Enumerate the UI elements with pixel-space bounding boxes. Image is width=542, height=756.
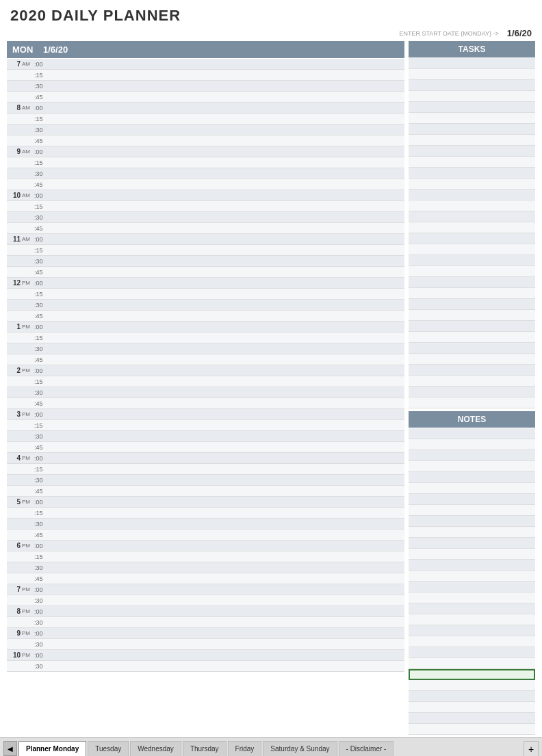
- tab-saturday--sunday[interactable]: Saturday & Sunday: [263, 741, 337, 756]
- task-row[interactable]: [409, 146, 535, 157]
- event-cell[interactable]: [49, 431, 404, 441]
- time-row[interactable]: 5PM:00: [7, 497, 404, 508]
- time-row[interactable]: :15: [7, 70, 404, 81]
- notes-row[interactable]: [409, 636, 535, 647]
- time-row[interactable]: :30: [7, 168, 404, 179]
- event-cell[interactable]: [49, 190, 404, 200]
- event-cell[interactable]: [49, 245, 404, 255]
- task-row[interactable]: [409, 332, 535, 343]
- event-cell[interactable]: [49, 146, 404, 157]
- event-cell[interactable]: [49, 212, 404, 222]
- event-cell[interactable]: [49, 639, 404, 649]
- time-row[interactable]: 10PM:00: [7, 650, 404, 661]
- time-row[interactable]: 7AM:00: [7, 59, 404, 70]
- time-row[interactable]: :45: [7, 223, 404, 234]
- time-row[interactable]: :45: [7, 530, 404, 540]
- time-row[interactable]: :45: [7, 486, 404, 497]
- time-row[interactable]: :30: [7, 387, 404, 398]
- task-row[interactable]: [409, 91, 535, 102]
- notes-row[interactable]: [409, 592, 535, 603]
- notes-row[interactable]: [409, 505, 535, 516]
- event-cell[interactable]: [49, 278, 404, 288]
- notes-row[interactable]: [409, 549, 535, 560]
- notes-row[interactable]: [409, 538, 535, 549]
- event-cell[interactable]: [49, 343, 404, 354]
- event-cell[interactable]: [49, 168, 404, 179]
- notes-row[interactable]: [409, 516, 535, 527]
- time-row[interactable]: :30: [7, 519, 404, 530]
- time-row[interactable]: :45: [7, 267, 404, 278]
- start-date-value[interactable]: 1/6/20: [507, 28, 532, 38]
- task-row[interactable]: [409, 179, 535, 190]
- event-cell[interactable]: [49, 540, 404, 551]
- time-row[interactable]: :30: [7, 125, 404, 135]
- time-row[interactable]: :15: [7, 464, 404, 475]
- task-row[interactable]: [409, 200, 535, 211]
- time-row[interactable]: 8AM:00: [7, 103, 404, 114]
- notes-row[interactable]: [409, 494, 535, 505]
- event-cell[interactable]: [49, 256, 404, 266]
- time-row[interactable]: :30: [7, 595, 404, 606]
- notes-row[interactable]: [409, 702, 535, 713]
- event-cell[interactable]: [49, 442, 404, 452]
- notes-row[interactable]: [409, 680, 535, 691]
- event-cell[interactable]: [49, 234, 404, 244]
- notes-row[interactable]: [409, 483, 535, 494]
- time-row[interactable]: :45: [7, 398, 404, 409]
- event-cell[interactable]: [49, 81, 404, 91]
- event-cell[interactable]: [49, 398, 404, 408]
- event-cell[interactable]: [49, 595, 404, 605]
- event-cell[interactable]: [49, 376, 404, 387]
- time-row[interactable]: :30: [7, 212, 404, 223]
- task-row[interactable]: [409, 135, 535, 146]
- time-row[interactable]: :30: [7, 661, 404, 672]
- event-cell[interactable]: [49, 628, 404, 638]
- event-cell[interactable]: [49, 475, 404, 485]
- task-row[interactable]: [409, 266, 535, 277]
- time-row[interactable]: :45: [7, 179, 404, 190]
- task-row[interactable]: [409, 354, 535, 365]
- tab-thursday[interactable]: Thursday: [183, 741, 227, 756]
- tab---disclaimer--[interactable]: - Disclaimer -: [339, 741, 394, 756]
- time-row[interactable]: :30: [7, 81, 404, 92]
- time-row[interactable]: :45: [7, 311, 404, 322]
- time-row[interactable]: 4PM:00: [7, 453, 404, 464]
- task-row[interactable]: [409, 277, 535, 288]
- time-row[interactable]: :45: [7, 573, 404, 584]
- event-cell[interactable]: [49, 267, 404, 277]
- notes-row[interactable]: [409, 428, 535, 439]
- event-cell[interactable]: [49, 464, 404, 474]
- notes-row[interactable]: [409, 669, 535, 680]
- tab-planner-monday[interactable]: Planner Monday: [18, 741, 86, 756]
- event-cell[interactable]: [49, 135, 404, 146]
- task-row[interactable]: [409, 124, 535, 135]
- time-row[interactable]: :30: [7, 343, 404, 354]
- event-cell[interactable]: [49, 157, 404, 168]
- time-row[interactable]: 10AM:00: [7, 190, 404, 201]
- notes-row[interactable]: [409, 614, 535, 625]
- time-row[interactable]: 9AM:00: [7, 146, 404, 157]
- add-tab-button[interactable]: +: [524, 741, 539, 756]
- task-row[interactable]: [409, 321, 535, 332]
- event-cell[interactable]: [49, 530, 404, 540]
- task-row[interactable]: [409, 102, 535, 113]
- time-row[interactable]: :45: [7, 135, 404, 146]
- event-cell[interactable]: [49, 562, 404, 573]
- time-row[interactable]: :30: [7, 639, 404, 650]
- tab-tuesday[interactable]: Tuesday: [88, 741, 129, 756]
- event-cell[interactable]: [49, 365, 404, 376]
- time-row[interactable]: :15: [7, 201, 404, 212]
- task-row[interactable]: [409, 310, 535, 321]
- notes-row[interactable]: [409, 560, 535, 571]
- event-cell[interactable]: [49, 70, 404, 80]
- time-row[interactable]: :30: [7, 562, 404, 573]
- event-cell[interactable]: [49, 584, 404, 595]
- task-row[interactable]: [409, 299, 535, 310]
- tab-nav-prev[interactable]: ◀: [3, 741, 17, 756]
- time-row[interactable]: :30: [7, 300, 404, 311]
- notes-row[interactable]: [409, 647, 535, 658]
- task-row[interactable]: [409, 190, 535, 200]
- event-cell[interactable]: [49, 409, 404, 419]
- time-row[interactable]: :45: [7, 92, 404, 103]
- time-row[interactable]: 8PM:00: [7, 606, 404, 617]
